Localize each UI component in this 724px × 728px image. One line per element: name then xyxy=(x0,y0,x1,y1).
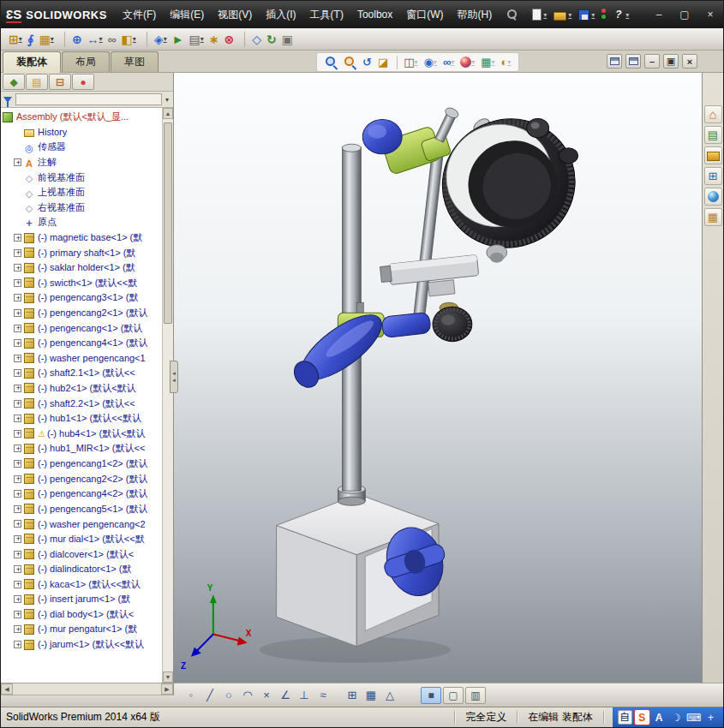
close[interactable]: × xyxy=(697,1,723,28)
dropdown-caret-icon[interactable]: ▾ xyxy=(164,35,167,43)
tree-item[interactable]: ⚠ (-) swicth<1> (默认<<默 xyxy=(3,276,161,291)
tree-item[interactable]: ⚠ (-) hub2<1> (默认<默认 xyxy=(3,381,161,397)
sketch-trim[interactable]: × xyxy=(258,687,275,704)
expand-box[interactable] xyxy=(14,475,21,483)
model-fine-adjust-knob[interactable] xyxy=(433,302,472,341)
tree-item[interactable]: ⚠ (-) dial body<1> (默认< xyxy=(3,607,161,623)
sogou-pinyin[interactable]: S xyxy=(635,710,649,725)
dropdown-caret-icon[interactable]: ▾ xyxy=(451,58,454,66)
expand-box[interactable] xyxy=(14,279,21,287)
tree-item[interactable]: ⚠ (-) primary shaft<1> (默 xyxy=(3,245,161,260)
tree-item[interactable]: ⚠ 上视基准面 xyxy=(3,185,161,200)
maximize[interactable]: ▢ xyxy=(672,1,697,28)
zoom-to-fit[interactable]: ▾ xyxy=(322,56,340,69)
exploded-view[interactable]: ∗ ▾ xyxy=(206,32,222,47)
property-manager-tab[interactable]: ▤ xyxy=(26,74,48,90)
menu-item[interactable]: 文件(F) xyxy=(116,1,163,28)
linear-component-pattern[interactable]: ▦ ▾ xyxy=(37,32,57,47)
tree-item[interactable]: ⚠ 注解 xyxy=(3,155,161,170)
view-mode-section[interactable]: ▥ xyxy=(465,687,486,704)
tree-item[interactable]: ⚠ 右视基准面 xyxy=(3,200,161,216)
expand-box[interactable] xyxy=(14,369,21,377)
design-library[interactable] xyxy=(704,126,722,144)
dropdown-caret-icon[interactable]: ▾ xyxy=(491,58,494,66)
tree-item[interactable]: ⚠ (-) kaca<1> (默认<<默认 xyxy=(3,576,161,592)
minimize[interactable]: – xyxy=(646,1,672,28)
menu-item[interactable]: 工具(T) xyxy=(303,1,350,28)
tree-item[interactable]: ⚠ (-) pengencang3<1> (默 xyxy=(3,290,161,306)
tree-item[interactable]: ⚠ (-) pengencang1<2> (默认 xyxy=(3,456,161,472)
sketch-point[interactable]: ◦ xyxy=(182,687,200,704)
tree-item[interactable]: ⚠ (-) washer pengencang<1 xyxy=(3,351,161,367)
expand-box[interactable] xyxy=(14,339,21,347)
smart-fasteners[interactable]: ⊕ ▾ xyxy=(64,32,85,47)
tree-item[interactable]: ⚠ (-) shaft2.2<1> (默认<< xyxy=(3,396,161,411)
tree-item[interactable]: ⚠ (-) pengencang2<2> (默认 xyxy=(3,471,161,486)
tree-item[interactable]: ⚠ (-) pengencang2<1> (默认 xyxy=(3,306,161,321)
tree-item[interactable]: ⚠ (-) mur pengatur<1> (默 xyxy=(3,622,161,637)
tree-item[interactable]: ⚠ (-) mur dial<1> (默认<<默 xyxy=(3,532,161,547)
instant3d[interactable]: ◇ ▾ xyxy=(244,32,264,47)
dropdown-caret-icon[interactable]: ▾ xyxy=(471,58,475,66)
featuremanager-tree-tab[interactable]: ◆ xyxy=(3,74,25,90)
filter-caret-icon[interactable]: ▾ xyxy=(165,96,171,104)
tree-root-item[interactable]: Assembly (默认<默认_显... xyxy=(3,110,161,125)
expand-box[interactable] xyxy=(14,565,21,573)
expand-box[interactable] xyxy=(14,505,21,513)
tree-item[interactable]: ⚠ 传感器 xyxy=(3,140,161,155)
large-assembly-mode[interactable]: ▣ ▾ xyxy=(279,32,296,47)
tree-item[interactable]: ⚠ (-) insert jarum<1> (默 xyxy=(3,592,161,607)
tree-horizontal-scrollbar[interactable]: ◀ ▶ xyxy=(1,683,174,695)
expand-box[interactable] xyxy=(14,641,21,648)
commandmanager-tab[interactable]: 草图 xyxy=(111,51,159,72)
section-view[interactable]: ◪ ▾ xyxy=(375,56,391,69)
mate[interactable]: ∮ ▾ xyxy=(25,32,37,47)
sketch-perpendicular[interactable]: ⊥ xyxy=(296,687,313,704)
expand-box[interactable] xyxy=(14,551,21,558)
tree-item[interactable]: ⚠ (-) hub1<1> (默认<<默认 xyxy=(3,411,161,427)
sketch-circle[interactable]: ○ xyxy=(220,687,237,704)
expand-box[interactable] xyxy=(14,625,21,633)
doc-restore[interactable]: ▣ xyxy=(663,54,679,69)
hide-show-items[interactable]: ∞ ▾ xyxy=(440,56,457,69)
tree-item[interactable]: ⚠ (-) magnetic base<1> (默 xyxy=(3,230,161,246)
view-settings[interactable]: ◐ ▾ xyxy=(499,56,514,69)
show-hidden-components[interactable]: ∞ ▾ xyxy=(105,32,119,47)
expand-box[interactable] xyxy=(14,400,21,408)
expand-box[interactable] xyxy=(14,158,21,166)
expand-box[interactable] xyxy=(14,595,21,603)
sketch-spline[interactable]: ≈ xyxy=(314,687,332,704)
ime-auto[interactable]: 自 xyxy=(618,710,632,725)
menu-item[interactable]: 帮助(H) xyxy=(451,1,500,28)
dropdown-caret-icon[interactable]: ▾ xyxy=(625,11,629,19)
scroll-right-icon[interactable]: ▶ xyxy=(161,683,173,695)
tree-item[interactable]: ⚠ (-) dialindicator<1> (默 xyxy=(3,562,161,577)
tree-item[interactable]: ⚠ (-) saklar holder<1> (默 xyxy=(3,260,161,276)
soft-keyboard[interactable]: ⌨ xyxy=(686,710,701,725)
dropdown-caret-icon[interactable]: ▾ xyxy=(568,11,571,19)
expand-box[interactable] xyxy=(14,520,21,528)
dropdown-caret-icon[interactable]: ▾ xyxy=(591,11,595,19)
dropdown-caret-icon[interactable]: ▾ xyxy=(507,58,511,66)
grid-snap[interactable]: ⊞ xyxy=(344,687,361,704)
configuration-manager-tab[interactable]: ⊟ xyxy=(49,74,71,90)
view-mode-shaded[interactable]: ■ xyxy=(421,687,441,704)
expand-box[interactable] xyxy=(14,611,21,618)
reference-geometry[interactable]: ◈ ▾ xyxy=(147,32,170,47)
save[interactable]: ▾ xyxy=(576,8,597,22)
dropdown-caret-icon[interactable]: ▾ xyxy=(51,35,54,43)
dropdown-caret-icon[interactable]: ▾ xyxy=(434,58,437,66)
panel-splitter-handle[interactable]: ◂◂ xyxy=(170,361,178,393)
filter-funnel-icon[interactable] xyxy=(3,97,12,103)
ime-english[interactable]: A xyxy=(652,710,667,725)
expand-box[interactable] xyxy=(14,581,21,588)
scroll-down-icon[interactable]: ▼ xyxy=(163,671,173,683)
solidworks-resources[interactable] xyxy=(704,105,722,123)
zoom-to-area[interactable]: ▾ xyxy=(341,56,359,69)
scroll-left-icon[interactable]: ◀ xyxy=(1,683,13,695)
grid-major[interactable]: ▦ xyxy=(362,687,380,704)
menu-item[interactable]: Toolbox xyxy=(350,1,399,28)
tree-item[interactable]: ⚠ (-) washer pengencang<2 xyxy=(3,516,161,532)
tree-item[interactable]: ⚠ (-) hub1_MIR<1> (默认<< xyxy=(3,441,161,456)
sketch-arc[interactable]: ◠ xyxy=(239,687,256,704)
